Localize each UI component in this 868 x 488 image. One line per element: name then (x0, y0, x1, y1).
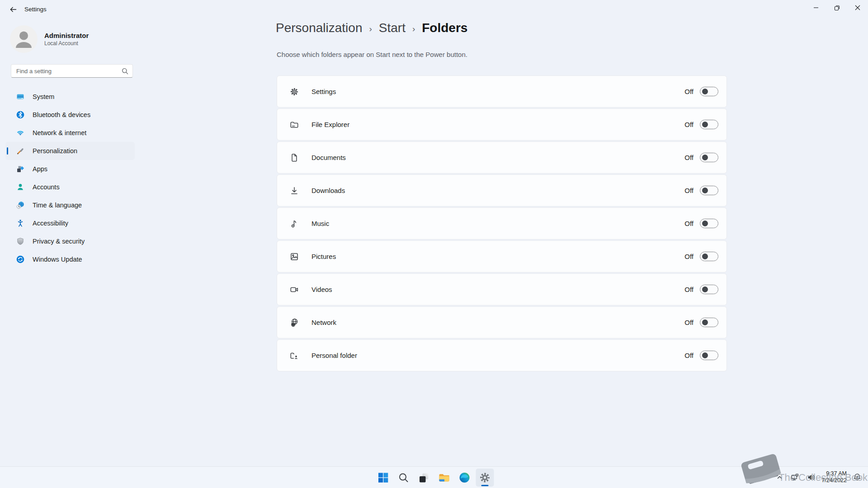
taskbar-search-button[interactable] (395, 469, 413, 487)
toggle-knob (702, 319, 708, 325)
breadcrumb-personalization[interactable]: Personalization (276, 21, 362, 35)
start-button[interactable] (374, 469, 392, 487)
account-card[interactable]: Administrator Local Account (10, 25, 89, 53)
sidebar-item-label: Accounts (33, 183, 60, 191)
page-description: Choose which folders appear on Start nex… (277, 51, 467, 58)
close-button[interactable] (847, 0, 868, 15)
title-bar: Settings (0, 0, 868, 18)
toggle-knob (702, 89, 708, 94)
edge-icon (459, 472, 471, 483)
page-title: Folders (422, 21, 467, 35)
sidebar-item-windows-update[interactable]: Windows Update (5, 250, 135, 268)
sidebar-item-privacy-security[interactable]: Privacy & security (5, 232, 135, 250)
caption-controls (806, 0, 868, 15)
search-icon (122, 68, 128, 75)
folder-row-personal-folder: Personal folder Off (277, 339, 727, 371)
back-arrow-icon (9, 5, 17, 14)
file-explorer-toggle[interactable] (700, 120, 718, 129)
file-explorer-button[interactable] (435, 469, 453, 487)
globe-monitor-icon (289, 318, 299, 328)
time-language-icon (16, 201, 25, 210)
folder-row-label: Network (311, 319, 684, 326)
toggle-state-label: Off (684, 220, 693, 227)
toggle-knob (702, 122, 708, 127)
system-icon (16, 92, 25, 101)
personalization-icon (16, 146, 25, 155)
toggle-state-label: Off (684, 88, 693, 95)
network-icon (16, 128, 25, 137)
search-input[interactable] (11, 65, 132, 77)
sidebar-item-system[interactable]: System (5, 88, 135, 106)
sidebar-item-personalization[interactable]: Personalization (5, 142, 135, 160)
documents-toggle[interactable] (700, 153, 718, 162)
folder-row-label: Pictures (311, 253, 684, 260)
folder-icon (289, 120, 299, 130)
breadcrumb-start[interactable]: Start (379, 21, 406, 35)
videos-toggle[interactable] (700, 285, 718, 294)
minimize-button[interactable] (806, 0, 826, 15)
downloads-toggle[interactable] (700, 186, 718, 195)
svg-text:z: z (856, 475, 858, 478)
edge-button[interactable] (456, 469, 474, 487)
sidebar-item-label: Privacy & security (33, 238, 85, 245)
settings-toggle[interactable] (700, 87, 718, 96)
sidebar-item-network-internet[interactable]: Network & internet (5, 124, 135, 142)
download-icon (289, 186, 299, 196)
sidebar-item-label: Accessibility (33, 220, 68, 227)
network-toggle[interactable] (700, 318, 718, 327)
folder-row-label: File Explorer (311, 121, 684, 128)
windows-start-icon (378, 472, 389, 483)
toggle-state-label: Off (684, 121, 693, 128)
sidebar-item-accessibility[interactable]: Accessibility (5, 214, 135, 232)
system-tray: 9:37 AM 7/24/2022 z (774, 466, 863, 488)
sidebar-item-label: Network & internet (33, 129, 86, 136)
window-title: Settings (24, 6, 47, 13)
back-button[interactable] (5, 3, 21, 16)
sidebar-item-bluetooth-devices[interactable]: Bluetooth & devices (5, 106, 135, 124)
toggle-state-label: Off (684, 253, 693, 260)
breadcrumb-separator: › (369, 22, 372, 34)
folder-row-file-explorer: File Explorer Off (277, 108, 727, 141)
toggle-knob (702, 188, 708, 193)
personal-folder-toggle[interactable] (700, 351, 718, 360)
toggle-knob (702, 155, 708, 160)
folder-row-music: Music Off (277, 207, 727, 239)
music-note-icon (289, 219, 299, 229)
taskbar: 9:37 AM 7/24/2022 z (0, 466, 868, 488)
sidebar-item-apps[interactable]: Apps (5, 160, 135, 178)
settings-gear-icon (479, 472, 491, 483)
breadcrumb-separator: › (412, 22, 415, 34)
restore-button[interactable] (826, 0, 847, 15)
gear-icon (289, 87, 299, 97)
music-toggle[interactable] (700, 219, 718, 228)
breadcrumb: Personalization › Start › Folders (276, 21, 467, 35)
network-status-icon[interactable] (789, 471, 801, 483)
account-name: Administrator (44, 31, 89, 40)
volume-icon[interactable] (805, 471, 817, 483)
folder-row-label: Videos (311, 286, 684, 293)
document-icon (289, 153, 299, 163)
account-type: Local Account (44, 40, 89, 47)
notification-bell-icon[interactable]: z (851, 471, 863, 483)
toggle-knob (702, 253, 708, 259)
toggle-state-label: Off (684, 352, 693, 359)
privacy-icon (16, 237, 25, 246)
pictures-toggle[interactable] (700, 252, 718, 261)
avatar (10, 25, 38, 53)
search-icon (398, 472, 409, 483)
search-box (11, 64, 133, 78)
taskbar-clock[interactable]: 9:37 AM 7/24/2022 (821, 470, 847, 484)
toggle-state-label: Off (684, 187, 693, 194)
toggle-state-label: Off (684, 319, 693, 326)
sidebar-nav: System Bluetooth & devices Network & int… (5, 88, 135, 268)
bluetooth-icon (16, 110, 25, 119)
sidebar-item-time-language[interactable]: Time & language (5, 196, 135, 214)
tray-chevron-up-icon[interactable] (774, 472, 785, 483)
folder-row-documents: Documents Off (277, 141, 727, 174)
task-view-icon (418, 472, 429, 483)
folder-row-settings: Settings Off (277, 75, 727, 108)
sidebar-item-accounts[interactable]: Accounts (5, 178, 135, 196)
toggle-state-label: Off (684, 154, 693, 161)
settings-app-button[interactable] (476, 469, 494, 487)
task-view-button[interactable] (415, 469, 433, 487)
